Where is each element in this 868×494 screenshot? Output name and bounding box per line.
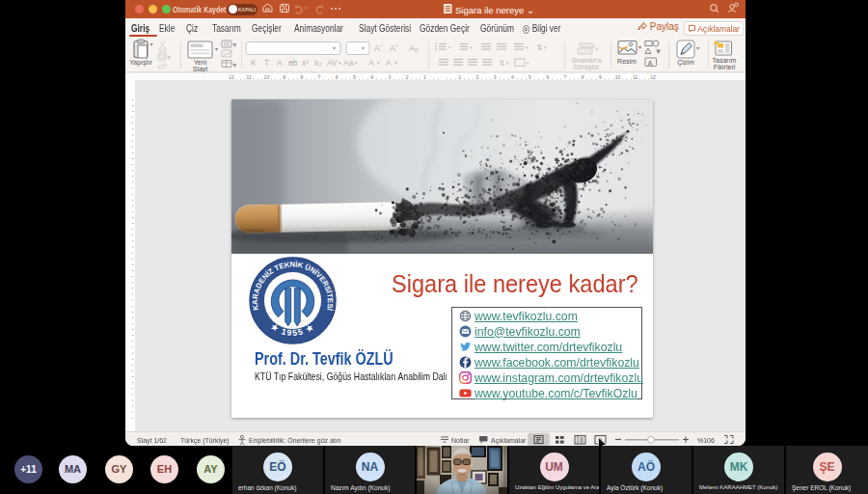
svg-text:▾: ▾ <box>333 45 336 51</box>
svg-text:▾: ▾ <box>377 60 380 66</box>
svg-text:Aₒ: Aₒ <box>409 43 419 53</box>
svg-text:9: 9 <box>283 74 285 80</box>
svg-text:▾: ▾ <box>215 46 218 52</box>
svg-text:▾: ▾ <box>305 5 308 11</box>
svg-text:12: 12 <box>650 74 656 80</box>
svg-text:6: 6 <box>546 74 549 80</box>
svg-text:Aa: Aa <box>343 58 354 68</box>
svg-text:10: 10 <box>264 74 270 80</box>
svg-text:2: 2 <box>476 74 479 80</box>
svg-text:▾: ▾ <box>696 45 699 51</box>
svg-text:A: A <box>277 58 283 68</box>
svg-text:ab: ab <box>288 58 298 68</box>
svg-text:10: 10 <box>615 74 621 80</box>
svg-text:▾: ▾ <box>506 60 509 66</box>
svg-text:x²: x² <box>302 58 309 68</box>
svg-text:9: 9 <box>599 74 602 80</box>
svg-text:▾: ▾ <box>339 60 341 66</box>
svg-text:▾: ▾ <box>638 44 641 50</box>
svg-text:▾: ▾ <box>595 46 598 52</box>
svg-text:Dönüştür: Dönüştür <box>574 64 600 71</box>
svg-text:x₂: x₂ <box>314 58 322 68</box>
svg-text:3: 3 <box>494 74 497 80</box>
svg-text:7: 7 <box>564 74 567 80</box>
svg-text:Aˇ: Aˇ <box>374 43 383 53</box>
svg-text:SmartArt'a: SmartArt'a <box>572 57 602 64</box>
svg-text:⇅: ⇅ <box>499 59 505 68</box>
svg-text:▾: ▾ <box>150 41 153 47</box>
svg-text:2: 2 <box>406 74 409 80</box>
svg-text:▾: ▾ <box>362 45 365 51</box>
svg-text:K: K <box>251 58 257 68</box>
svg-text:A: A <box>386 58 392 68</box>
svg-text:▾: ▾ <box>448 44 451 50</box>
svg-text:▾: ▾ <box>526 44 529 50</box>
svg-text:▾: ▾ <box>527 60 529 66</box>
svg-text:11: 11 <box>633 74 637 80</box>
svg-text:8: 8 <box>300 74 303 80</box>
svg-text:12: 12 <box>229 74 234 80</box>
svg-text:5: 5 <box>353 74 356 80</box>
svg-text:4: 4 <box>511 74 514 80</box>
svg-text:1: 1 <box>458 74 461 80</box>
svg-text:Aˇ: Aˇ <box>390 43 398 53</box>
svg-text:1: 1 <box>423 74 426 80</box>
svg-text:▾: ▾ <box>233 62 236 68</box>
svg-text:⇅: ⇅ <box>536 43 543 52</box>
svg-text:▾: ▾ <box>470 44 473 50</box>
svg-text:T: T <box>264 58 269 68</box>
svg-text:▾: ▾ <box>168 54 171 60</box>
svg-text:6: 6 <box>336 74 339 80</box>
svg-text:A: A <box>368 58 374 68</box>
svg-text:5: 5 <box>529 74 531 80</box>
svg-text:4: 4 <box>370 74 373 80</box>
svg-text:▾: ▾ <box>233 41 236 47</box>
svg-text:▾: ▾ <box>544 44 547 50</box>
svg-text:11: 11 <box>247 74 252 80</box>
svg-text:▾: ▾ <box>355 60 358 66</box>
svg-text:AV: AV <box>327 58 338 68</box>
svg-text:▾: ▾ <box>657 48 660 54</box>
svg-text:▾: ▾ <box>394 60 397 66</box>
svg-text:3: 3 <box>389 74 392 80</box>
svg-text:A: A <box>648 59 653 68</box>
svg-text:8: 8 <box>582 74 584 80</box>
svg-text:7: 7 <box>318 74 321 80</box>
